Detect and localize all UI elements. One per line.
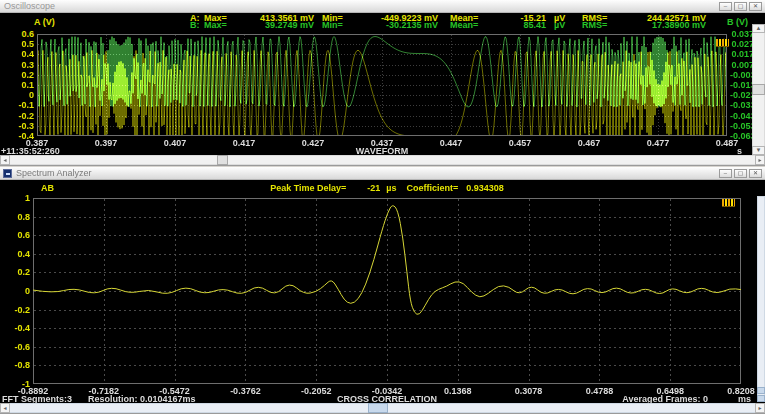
tick-label: -0.033: [730, 100, 754, 110]
tick-label: -0.043: [730, 111, 754, 121]
spectrum-analyzer-window: Spectrum Analyzer – ▢ ✕ AB Peak Time Del…: [0, 167, 765, 414]
window-controls: – ▢ ✕: [719, 169, 762, 178]
tick-label: 0.457: [509, 138, 532, 148]
spectrum-titlebar[interactable]: Spectrum Analyzer – ▢ ✕: [0, 167, 765, 180]
tick-label: 0.2: [0, 70, 34, 80]
tick-label: 0.8: [0, 212, 30, 222]
tick-label: 0: [0, 90, 34, 100]
tick-label: 0.5: [0, 39, 34, 49]
tick-label: 0.6: [0, 29, 34, 39]
tick-label: 0.027: [730, 39, 754, 49]
tick-label: -0.1: [0, 100, 34, 110]
tick-label: 0.017: [730, 49, 754, 59]
tick-label: -0.2: [0, 111, 34, 121]
spec-vscroll-grip[interactable]: [757, 387, 765, 394]
tick-label: 0.007: [730, 60, 754, 70]
close-button[interactable]: ✕: [749, 169, 762, 178]
tick-label: 0.407: [164, 138, 187, 148]
oscilloscope-titlebar[interactable]: Oscilloscope – ▢ ✕: [0, 0, 765, 13]
graph-palette-icon[interactable]: [716, 39, 729, 47]
osc-horizontal-scrollbar[interactable]: [0, 155, 765, 165]
tick-label: 0.1: [0, 80, 34, 90]
tick-label: 0.3: [0, 60, 34, 70]
minimize-button[interactable]: –: [719, 169, 732, 178]
screen: Oscilloscope – ▢ ✕ A: Max= 413.3561 mV M…: [0, 0, 765, 414]
tick-label: -0.053: [730, 121, 754, 131]
tick-label: -0.003: [730, 70, 754, 80]
scroll-left-icon[interactable]: ◂: [0, 155, 10, 165]
tick-label: -0.4: [0, 323, 30, 333]
correlation-plot[interactable]: [33, 198, 741, 384]
tick-label: 0.2: [0, 267, 30, 277]
trace-label: AB: [41, 183, 54, 193]
tick-label: 0.467: [578, 138, 601, 148]
oscilloscope-window: Oscilloscope – ▢ ✕ A: Max= 413.3561 mV M…: [0, 0, 765, 166]
scroll-down-icon[interactable]: ▼: [752, 146, 765, 155]
tick-label: -0.023: [730, 90, 754, 100]
scroll-left-icon[interactable]: ◂: [0, 403, 10, 413]
scroll-right-icon[interactable]: ▸: [755, 155, 765, 165]
osc-vscroll-thumb[interactable]: [752, 84, 765, 95]
channel-a-axis-label: A (V): [34, 17, 55, 27]
tick-label: 0.427: [302, 138, 325, 148]
scroll-right-icon[interactable]: ▸: [755, 403, 765, 413]
tick-label: 0.447: [440, 138, 463, 148]
scroll-up-icon[interactable]: ▲: [752, 24, 765, 33]
osc-hscroll-thumb[interactable]: [217, 155, 228, 165]
tick-label: 0.6: [0, 230, 30, 240]
tick-label: 0.4: [0, 249, 30, 259]
tick-label: 0.3078: [515, 386, 543, 396]
spec-hscroll-thumb[interactable]: [368, 403, 388, 413]
tick-label: -0.6: [0, 342, 30, 352]
tick-label: -0.2052: [301, 386, 332, 396]
tick-label: 0.037: [730, 29, 754, 39]
tick-label: 0.487: [716, 138, 739, 148]
tick-label: -0.8: [0, 360, 30, 370]
maximize-button[interactable]: ▢: [734, 169, 747, 178]
graph-palette-icon[interactable]: [722, 199, 735, 207]
time-axis-ticks: 0.3870.3970.4070.4170.4270.4370.4470.457…: [0, 138, 765, 146]
tick-label: -0.013: [730, 80, 754, 90]
tick-label: 0.477: [647, 138, 670, 148]
corr-y-axis-ticks: 10.80.60.40.20-0.2-0.4-0.6-0.8-1: [0, 167, 30, 414]
tick-label: 0.397: [95, 138, 118, 148]
tick-label: 0.1368: [444, 386, 472, 396]
spec-vertical-scrollbar[interactable]: [757, 196, 765, 402]
tick-label: -0.3762: [230, 386, 261, 396]
tick-label: 1: [0, 193, 30, 203]
spec-vscroll-grip[interactable]: [757, 395, 765, 402]
waveform-plot[interactable]: [37, 34, 727, 136]
corr-x-axis-ticks: -0.8892-0.7182-0.5472-0.3762-0.2052-0.03…: [0, 386, 765, 394]
peak-readout: Peak Time Delay= -21 µs Coefficient= 0.9…: [270, 183, 504, 193]
tick-label: 0.4: [0, 49, 34, 59]
channel-b-measurements: B: Max= 39.2749 mV Min= -30.2135 mV Mean…: [190, 20, 706, 30]
tick-label: 0.417: [233, 138, 256, 148]
tick-label: 0: [0, 286, 30, 296]
tick-label: -0.2: [0, 305, 30, 315]
tick-label: -0.3: [0, 121, 34, 131]
